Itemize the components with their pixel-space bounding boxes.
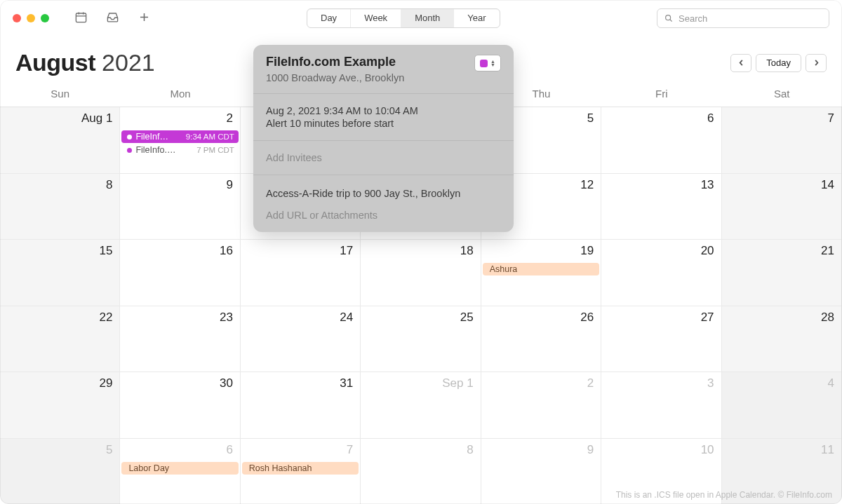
day-cell[interactable]: Sep 1: [361, 372, 481, 439]
day-cell[interactable]: 16: [120, 240, 240, 306]
dow-label: Fri: [601, 88, 721, 100]
today-button[interactable]: Today: [756, 54, 801, 72]
minimize-window-button[interactable]: [27, 14, 35, 22]
day-number: 11: [821, 443, 834, 457]
add-url-attachments-field[interactable]: Add URL or Attachments: [266, 210, 501, 221]
event-pill-label: Labor Day: [128, 463, 169, 473]
day-number: 6: [226, 443, 232, 457]
day-cell[interactable]: 19Ashura: [481, 240, 601, 306]
day-cell[interactable]: 4: [722, 372, 842, 439]
day-events: Labor Day: [120, 461, 239, 475]
day-cell[interactable]: 26: [481, 306, 601, 373]
day-cell[interactable]: 31: [241, 372, 361, 439]
day-cell[interactable]: 17: [241, 240, 361, 306]
event-alert[interactable]: Alert 10 minutes before start: [266, 118, 501, 129]
day-cell[interactable]: 14: [722, 174, 842, 240]
day-cell[interactable]: 29: [0, 372, 120, 439]
view-segmented-control: DayWeekMonthYear: [307, 8, 500, 28]
event-pill[interactable]: Labor Day: [121, 462, 238, 475]
fullscreen-window-button[interactable]: [41, 14, 49, 22]
event-pill-label: Ashura: [490, 264, 518, 274]
close-window-button[interactable]: [13, 14, 21, 22]
event-popover: FileInfo.com Example 1000 Broadway Ave.,…: [253, 45, 514, 232]
day-cell[interactable]: 20: [601, 240, 721, 306]
toolbar-icon-group: [74, 11, 151, 27]
day-number: 23: [220, 311, 233, 325]
day-cell[interactable]: 28: [722, 306, 842, 373]
day-number: 5: [106, 443, 112, 457]
popover-datetime-section: Aug 2, 2021 9:34 AM to 10:04 AM Alert 10…: [253, 94, 514, 141]
event-title[interactable]: FileInfo.com Example: [266, 55, 404, 69]
calendars-icon[interactable]: [74, 11, 88, 27]
event-pill[interactable]: Rosh Hashanah: [242, 462, 359, 475]
day-cell[interactable]: 18: [361, 240, 481, 306]
popover-header: FileInfo.com Example 1000 Broadway Ave.,…: [253, 45, 514, 94]
day-cell[interactable]: 9: [120, 174, 240, 240]
day-number: 16: [220, 244, 233, 258]
day-cell[interactable]: 7Rosh Hashanah: [241, 439, 361, 505]
inbox-icon[interactable]: [106, 11, 119, 27]
event-pill[interactable]: Ashura: [483, 263, 599, 275]
day-number: 7: [347, 443, 353, 457]
view-seg-month[interactable]: Month: [401, 9, 454, 27]
prev-month-button[interactable]: [730, 54, 751, 72]
day-cell[interactable]: 2FileInf…9:34 AM CDTFileInfo.…7 PM CDT: [120, 107, 240, 174]
day-cell[interactable]: 25: [361, 306, 481, 373]
event-notes[interactable]: Access-A-Ride trip to 900 Jay St., Brook…: [266, 186, 501, 201]
day-cell[interactable]: 2: [481, 372, 601, 439]
day-cell[interactable]: 15: [0, 240, 120, 306]
day-cell[interactable]: 7: [722, 107, 842, 174]
day-cell[interactable]: 6Labor Day: [120, 439, 240, 505]
popover-invitees-section[interactable]: Add Invitees: [253, 141, 514, 175]
popover-notes-section: Access-A-Ride trip to 900 Jay St., Brook…: [253, 175, 514, 232]
day-cell[interactable]: 9: [481, 439, 601, 505]
day-cell[interactable]: 21: [722, 240, 842, 306]
day-number: 22: [100, 311, 113, 325]
search-input[interactable]: [657, 8, 829, 28]
event-color-dot: [127, 135, 132, 139]
day-cell[interactable]: 22: [0, 306, 120, 373]
calendar-color-swatch: [480, 60, 488, 67]
next-month-button[interactable]: [806, 54, 827, 72]
day-number: 19: [580, 244, 594, 258]
dow-label: Sun: [0, 88, 120, 100]
day-cell[interactable]: 13: [601, 174, 721, 240]
day-cell[interactable]: 24: [241, 306, 361, 373]
day-cell[interactable]: 8: [361, 439, 481, 505]
view-seg-year[interactable]: Year: [454, 9, 499, 27]
day-number: 14: [821, 178, 834, 192]
day-number: 4: [828, 376, 834, 390]
day-cell[interactable]: 8: [0, 174, 120, 240]
event-pill[interactable]: FileInfo.…7 PM CDT: [121, 144, 238, 156]
day-number: 26: [580, 311, 594, 325]
day-number: 27: [701, 311, 714, 325]
search-field-wrap: [657, 8, 829, 28]
day-number: 28: [821, 311, 834, 325]
event-pill-time: 7 PM CDT: [196, 146, 234, 154]
day-cell[interactable]: 30: [120, 372, 240, 439]
day-number: 29: [100, 376, 113, 390]
add-invitees-field[interactable]: Add Invitees: [266, 152, 501, 163]
day-cell[interactable]: 23: [120, 306, 240, 373]
event-color-dot: [127, 148, 132, 153]
event-datetime[interactable]: Aug 2, 2021 9:34 AM to 10:04 AM: [266, 105, 501, 116]
day-events: FileInf…9:34 AM CDTFileInfo.…7 PM CDT: [120, 130, 239, 157]
day-number: 5: [587, 111, 594, 125]
event-location[interactable]: 1000 Broadway Ave., Brooklyn: [266, 72, 404, 83]
svg-point-1: [666, 15, 671, 20]
add-icon[interactable]: [138, 11, 151, 27]
day-number: 30: [220, 376, 233, 390]
event-pill-label: FileInf…: [135, 132, 168, 142]
calendar-color-picker[interactable]: ▲▼: [474, 55, 501, 71]
view-seg-week[interactable]: Week: [351, 9, 401, 27]
day-cell[interactable]: Aug 1: [0, 107, 120, 174]
day-number: 2: [587, 376, 594, 390]
event-pill[interactable]: FileInf…9:34 AM CDT: [121, 130, 238, 143]
day-cell[interactable]: 5: [0, 439, 120, 505]
day-cell[interactable]: 27: [601, 306, 721, 373]
day-number: 17: [340, 244, 353, 258]
day-number: Sep 1: [442, 376, 473, 390]
view-seg-day[interactable]: Day: [307, 9, 351, 27]
day-cell[interactable]: 3: [601, 372, 721, 439]
day-cell[interactable]: 6: [601, 107, 721, 174]
